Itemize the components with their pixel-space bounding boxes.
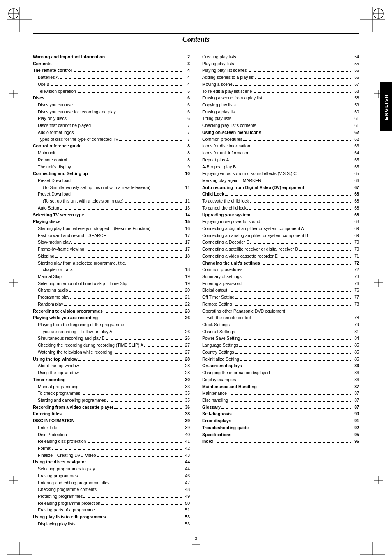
language-sidebar: ENGLISH bbox=[380, 82, 392, 131]
toc-entry-title: Releasing disc protection bbox=[33, 438, 86, 444]
toc-entry-page: 69 bbox=[352, 233, 359, 239]
toc-entry-page: 15 bbox=[182, 219, 190, 225]
toc-entry-title: Erasing a play list bbox=[202, 109, 236, 115]
toc-entry-title: Programme play bbox=[33, 294, 69, 300]
toc-entry-page: 85 bbox=[352, 356, 359, 362]
toc-dots bbox=[261, 264, 351, 265]
toc-dots bbox=[107, 401, 182, 402]
toc-entry: Connecting a satellite receiver or digit… bbox=[202, 246, 359, 252]
toc-dots bbox=[87, 463, 182, 463]
toc-dots bbox=[237, 113, 351, 113]
toc-entry-page: 41 bbox=[182, 438, 190, 444]
toc-entry-title: Child Lock bbox=[202, 191, 224, 197]
toc-entry: Watching the television while recording2… bbox=[33, 349, 190, 355]
toc-entry: Manual Skip19 bbox=[33, 274, 190, 280]
toc-entry-page: 96 bbox=[352, 438, 359, 444]
toc-entry-page: 49 bbox=[182, 493, 190, 500]
toc-dots bbox=[51, 85, 182, 86]
toc-dots bbox=[60, 209, 182, 210]
toc-entry-page: 8 bbox=[182, 143, 190, 149]
toc-dots bbox=[125, 202, 182, 203]
toc-entry-page: 42 bbox=[182, 445, 190, 451]
toc-entry-title: Fast forward and rewind—SEARCH bbox=[33, 233, 106, 239]
toc-entry-title: Titling play lists bbox=[202, 115, 231, 122]
toc-dots bbox=[113, 333, 182, 333]
toc-entry-page: 21 bbox=[182, 294, 190, 300]
toc-dots bbox=[242, 278, 351, 278]
toc-entry-page: 54 bbox=[352, 54, 359, 60]
toc-entry-page: 85 bbox=[352, 342, 359, 348]
toc-entry: Audio format logos7 bbox=[33, 129, 190, 136]
toc-entry-title: Selecting an amount of time to skip—Time… bbox=[33, 281, 127, 287]
toc-dots bbox=[107, 518, 182, 518]
toc-entry-page: 51 bbox=[182, 507, 190, 513]
toc-entry-page: 72 bbox=[352, 260, 359, 266]
toc-entry-page: 68 bbox=[352, 205, 359, 211]
corner-decoration-tr bbox=[360, 7, 385, 32]
toc-entry: Checking the recording during recording … bbox=[33, 342, 190, 348]
toc-entry: Programme play21 bbox=[33, 294, 190, 300]
toc-dots bbox=[262, 134, 351, 134]
toc-entry-title: Control reference guide bbox=[33, 143, 81, 149]
toc-entry: Erasing a play list60 bbox=[202, 109, 359, 115]
toc-entry-title: Common procedures bbox=[202, 136, 242, 143]
toc-entry: Repeat play A65 bbox=[202, 157, 359, 163]
toc-entry: Common procedures72 bbox=[202, 267, 359, 273]
toc-entry-page: 39 bbox=[182, 425, 190, 431]
toc-entry-page: 6 bbox=[182, 102, 190, 108]
toc-entry-page: 44 bbox=[182, 466, 190, 472]
toc-entry-page: 50 bbox=[182, 500, 190, 507]
main-content: Contents Warning and Important Informati… bbox=[25, 33, 367, 541]
toc-dots bbox=[97, 491, 182, 491]
toc-entry-title: Off Timer Setting bbox=[202, 294, 235, 300]
toc-entry-page: 53 bbox=[182, 514, 190, 520]
toc-dots bbox=[263, 99, 351, 99]
toc-entry: Releasing programme protection50 bbox=[33, 500, 190, 507]
toc-entry-page: 16 bbox=[182, 226, 190, 232]
toc-entry: Slow-motion play17 bbox=[33, 239, 190, 245]
toc-dots bbox=[75, 134, 182, 134]
toc-dots bbox=[249, 429, 351, 429]
toc-entry: Using on-screen menu icons62 bbox=[202, 129, 359, 136]
toc-entry-page: 58 bbox=[352, 88, 359, 94]
toc-entry: Preset Download bbox=[33, 191, 190, 197]
toc-dots bbox=[82, 147, 182, 147]
side-mark-right-mid bbox=[372, 279, 385, 286]
toc-columns: Warning and Important Information2Conten… bbox=[33, 54, 359, 528]
toc-entry-title: Auto Setup bbox=[33, 205, 59, 211]
toc-dots bbox=[214, 442, 351, 443]
toc-entry: Auto Setup13 bbox=[33, 205, 190, 211]
toc-entry-page: 78 bbox=[352, 315, 359, 321]
toc-entry-title: Manual programming bbox=[33, 384, 78, 390]
toc-entry-title: Television operation bbox=[33, 88, 76, 94]
toc-dots bbox=[69, 291, 182, 292]
toc-dots bbox=[101, 504, 182, 505]
toc-entry: Changing the unit's settings72 bbox=[202, 260, 359, 266]
toc-entry: Language Settings85 bbox=[202, 342, 359, 348]
toc-dots bbox=[96, 470, 182, 470]
toc-entry-page: 11 bbox=[182, 184, 190, 191]
toc-entry-title: Display examples bbox=[202, 377, 236, 383]
toc-dots bbox=[73, 71, 182, 72]
toc-dots bbox=[97, 456, 182, 457]
toc-entry: Using the top window28 bbox=[33, 370, 190, 376]
toc-entry-title: Disc handling bbox=[202, 397, 228, 403]
toc-dots bbox=[85, 216, 182, 216]
toc-entry-title: Recording from a video cassette player bbox=[33, 404, 113, 410]
toc-dots bbox=[71, 243, 182, 244]
toc-entry-title: Auto recording from Digital Video (DV) e… bbox=[202, 184, 304, 191]
toc-dots bbox=[53, 65, 182, 65]
toc-entry-page: 60 bbox=[352, 109, 359, 115]
toc-entry: Glossary87 bbox=[202, 404, 359, 410]
toc-entry: Entering a password76 bbox=[202, 281, 359, 287]
toc-entry-page: 59 bbox=[352, 102, 359, 108]
toc-dots bbox=[237, 381, 351, 381]
toc-entry-title: Entering and editing programme titles bbox=[33, 480, 110, 486]
toc-entry: Playing from the beginning of the progra… bbox=[33, 322, 190, 328]
toc-dots bbox=[243, 140, 351, 141]
toc-entry-title: Starting play from a selected programme,… bbox=[33, 260, 126, 266]
toc-entry: Digital output76 bbox=[202, 287, 359, 293]
toc-entry-title: Moving a scene bbox=[202, 81, 233, 88]
toc-entry-page: 57 bbox=[352, 81, 359, 88]
toc-entry: Entering and editing programme titles47 bbox=[33, 480, 190, 486]
